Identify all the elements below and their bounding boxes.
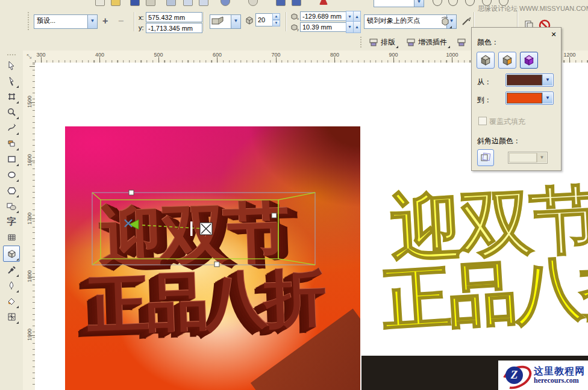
h-ruler-label: 1200 (563, 52, 575, 58)
zoom-level-combo[interactable]: ▼ (374, 0, 424, 7)
polygon-tool[interactable] (4, 183, 19, 198)
y-label: y: (139, 24, 144, 31)
undo-icon[interactable] (220, 0, 230, 6)
overlay-fill-checkbox[interactable] (478, 117, 487, 125)
shape-tool[interactable] (4, 73, 19, 88)
chevron-down-icon[interactable]: ▼ (542, 75, 552, 85)
vp-lock-value: 锁到对象上的灭点 (364, 15, 446, 28)
interactive-fill-tool[interactable] (4, 309, 19, 324)
v-ruler-label: 1600 (27, 154, 33, 166)
pick-tool[interactable] (4, 58, 19, 73)
toolbar-grip[interactable] (28, 12, 29, 30)
text-tool[interactable]: 字 (4, 214, 19, 229)
use-object-fill-button[interactable] (477, 52, 495, 69)
zoom-in-icon[interactable] (433, 0, 442, 6)
layout-label: 排版 (381, 37, 395, 48)
remove-preset-button[interactable]: − (118, 16, 124, 26)
paste-icon[interactable] (199, 0, 208, 6)
outline-pen-tool[interactable] (4, 278, 19, 293)
layout-icon (369, 38, 378, 47)
chevron-down-icon: ▼ (537, 153, 546, 162)
app-launcher-icon[interactable] (319, 0, 328, 5)
toolbox-grip[interactable] (7, 54, 16, 55)
bevel-color-button[interactable] (477, 149, 494, 166)
v-ruler-label: 1700 (27, 212, 33, 224)
vp-y-icon: y (290, 23, 299, 32)
chevron-down-icon[interactable]: ▼ (87, 15, 97, 28)
from-color-swatch (507, 75, 542, 85)
h-ruler-label: 900 (389, 52, 398, 58)
cut-icon[interactable] (166, 0, 176, 6)
h-ruler-label: 1000 (446, 52, 458, 58)
h-ruler-label: 600 (213, 52, 222, 58)
extra-toolbar-button[interactable] (453, 36, 470, 49)
chevron-down-icon[interactable]: ▼ (414, 0, 424, 7)
eyedropper-tool[interactable] (4, 262, 19, 277)
overlay-fill-label: 覆盖式填充 (489, 117, 525, 127)
redo-icon[interactable] (248, 0, 258, 6)
coreldraw-window: ▼ 预设... ▼ + − x: 575.432 mm y: -1,713.34… (0, 0, 588, 390)
layout-toolbar-button[interactable]: 排版 (365, 36, 399, 49)
use-solid-color-button[interactable] (498, 52, 516, 69)
v-ruler-label: 1500 (27, 96, 33, 108)
open-icon[interactable] (111, 0, 120, 6)
docker-title: 颜色： (477, 37, 499, 48)
print-icon[interactable] (146, 0, 155, 6)
plugins-icon (406, 38, 416, 47)
export-icon[interactable] (292, 0, 301, 6)
import-icon[interactable] (276, 0, 286, 6)
toolbox: 字 (0, 51, 23, 390)
tutorial-site-logo: Z 这里教程网 herecours.com (498, 361, 588, 390)
zoom-out-icon[interactable] (448, 0, 458, 6)
bevel-color-picker-disabled: ▼ (508, 152, 548, 164)
close-icon[interactable]: ✕ (549, 30, 558, 39)
fill-tool[interactable] (4, 294, 19, 309)
from-color-picker[interactable]: ▼ (505, 73, 554, 87)
freehand-tool[interactable] (4, 120, 19, 135)
spin-down-icon[interactable]: ▼ (272, 20, 280, 26)
basic-shapes-tool[interactable] (4, 199, 19, 214)
preset-combo[interactable]: 预设... ▼ (34, 14, 98, 29)
add-preset-button[interactable]: + (102, 16, 108, 26)
extrude-tool[interactable] (3, 246, 20, 262)
poster-artwork[interactable]: 迎双节 正品八折 (65, 126, 360, 390)
new-doc-icon[interactable] (95, 0, 105, 6)
chevron-down-icon[interactable]: ▼ (231, 15, 240, 28)
use-color-shading-button[interactable] (520, 52, 538, 69)
chevron-down-icon[interactable]: ▼ (542, 93, 552, 104)
vp-y-up[interactable]: ▲ (353, 21, 361, 33)
plugins-label: 增强插件 (418, 37, 447, 48)
v-ruler-label: 1900 (27, 329, 33, 341)
object-y-field[interactable]: -1,713.345 mm (146, 23, 202, 33)
logo-monogram: Z (505, 367, 523, 384)
ruler-origin[interactable]: ⤡ (23, 51, 36, 63)
yellow-text-line2[interactable]: 正品八折 (380, 239, 588, 348)
ellipse-tool[interactable] (4, 167, 19, 182)
vanishing-point-y-field[interactable]: 10.39 mm (300, 22, 349, 32)
to-color-picker[interactable]: ▼ (505, 91, 554, 105)
depth-spinner[interactable]: ▲▼ (272, 13, 280, 26)
artwork-text-line2[interactable]: 正品八折 (86, 256, 325, 348)
toolbar-grip[interactable] (360, 37, 361, 48)
vp-x-icon: x (290, 13, 299, 22)
vanishing-point-x-field[interactable]: -129.689 mm (300, 11, 349, 21)
rectangle-tool[interactable] (4, 152, 19, 167)
zoom-selection-icon[interactable] (465, 0, 475, 6)
from-label: 从： (477, 77, 492, 87)
svg-text:x: x (297, 17, 299, 20)
extrusion-type-combo[interactable]: ▼ (210, 14, 241, 29)
plugins-toolbar-button[interactable]: 增强插件 (402, 36, 451, 49)
spin-up-icon[interactable]: ▲ (272, 13, 280, 20)
copy-icon[interactable] (183, 0, 193, 6)
object-x-field[interactable]: 575.432 mm (146, 12, 202, 22)
vertical-ruler[interactable]: 1500 1600 1700 1800 1900 (23, 63, 36, 390)
logo-domain: herecours.com (534, 377, 585, 385)
table-tool[interactable] (4, 230, 19, 245)
smart-fill-tool[interactable] (4, 136, 19, 151)
preset-value: 预设... (34, 15, 87, 28)
h-ruler-label: 400 (95, 52, 104, 58)
save-icon[interactable] (130, 0, 140, 6)
extrude-rotation-button[interactable] (438, 14, 452, 29)
zoom-tool[interactable] (4, 105, 19, 120)
crop-tool[interactable] (4, 89, 19, 104)
